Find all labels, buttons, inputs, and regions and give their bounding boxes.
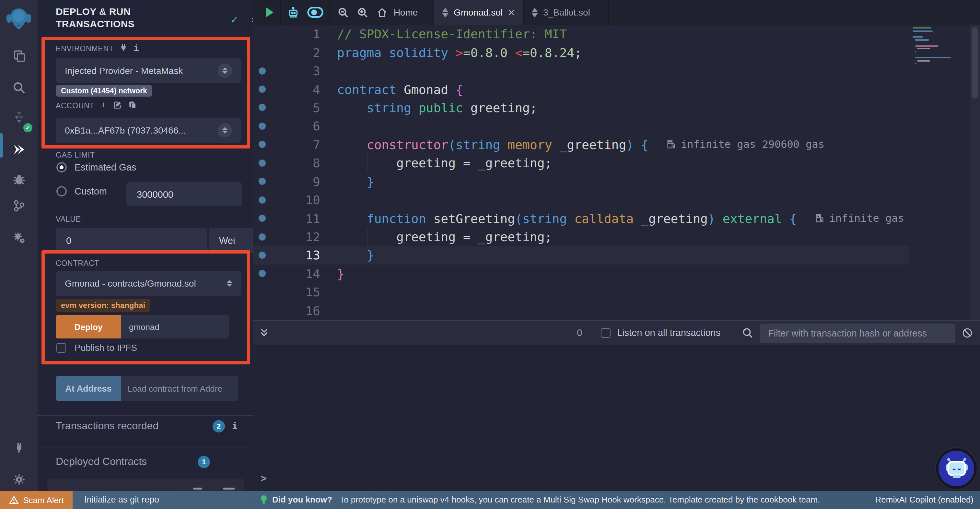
environment-info-icon[interactable]: i xyxy=(134,43,139,53)
run-script-icon[interactable] xyxy=(258,0,281,25)
zoom-out-icon[interactable] xyxy=(333,0,353,25)
solidity-compiler-icon[interactable]: ✓ xyxy=(0,104,38,130)
code-lines: 1// SPDX-License-Identifier: MIT2pragma … xyxy=(253,25,980,320)
terminal-tx-count: 0 xyxy=(577,327,582,338)
code-line: 1// SPDX-License-Identifier: MIT xyxy=(253,25,909,43)
contract-label: CONTRACT xyxy=(56,259,99,267)
contract-value: Gmonad - contracts/Gmonad.sol xyxy=(65,278,227,289)
status-bar: Scam Alert Initialize as git repo Did yo… xyxy=(0,491,980,509)
deploy-run-panel: DEPLOY & RUN TRANSACTIONS ✓ › ENVIRONMEN… xyxy=(38,0,253,491)
value-input[interactable]: 0 xyxy=(56,228,207,253)
terminal-filter-input[interactable]: Filter with transaction hash or address xyxy=(760,324,955,343)
line-number: 13 xyxy=(271,248,320,262)
transactions-info-icon[interactable]: i xyxy=(232,421,237,431)
account-select[interactable]: 0xB1a...AF67b (7037.30466... xyxy=(56,118,241,143)
gutter-dot xyxy=(258,270,266,277)
search-icon[interactable] xyxy=(0,75,38,101)
line-number: 16 xyxy=(271,303,320,318)
panel-check-icon: ✓ xyxy=(230,14,239,26)
estimated-gas-label: Estimated Gas xyxy=(75,162,136,172)
ai-copilot-bubble[interactable] xyxy=(936,448,977,489)
gutter-dot xyxy=(258,196,266,203)
divider xyxy=(38,447,253,447)
listen-all-checkbox[interactable] xyxy=(601,328,611,338)
divider xyxy=(38,415,253,416)
home-icon[interactable] xyxy=(373,0,390,25)
plugin-manager-icon[interactable] xyxy=(0,434,38,460)
minimap[interactable] xyxy=(911,25,970,109)
at-address-input[interactable]: Load contract from Addre xyxy=(121,376,238,401)
editor: Home Gmonad.sol ✕ 3_Ballot.sol 1// SPDX-… xyxy=(253,0,980,320)
transactions-recorded-label: Transactions recorded xyxy=(56,420,159,432)
code-line: 8 greeting = _greeting; xyxy=(253,154,909,172)
solidity-file-icon xyxy=(442,8,449,17)
terminal-prompt: > xyxy=(261,472,267,484)
at-address-button[interactable]: At Address xyxy=(56,376,121,401)
gutter-dot xyxy=(258,67,266,74)
chevron-updown-icon xyxy=(218,64,232,78)
code-line: 2pragma solidity >=0.8.0 <=0.8.24; xyxy=(253,43,909,62)
code-area[interactable]: 1// SPDX-License-Identifier: MIT2pragma … xyxy=(253,25,980,320)
ai-assistant-icon[interactable] xyxy=(283,0,303,25)
deploy-and-run-icon[interactable] xyxy=(0,136,38,162)
code-line: 9 } xyxy=(253,172,909,191)
contract-select[interactable]: Gmonad - contracts/Gmonad.sol xyxy=(56,271,241,296)
copilot-toggle-icon[interactable] xyxy=(303,0,327,25)
gutter-dot xyxy=(258,160,266,167)
publish-ipfs-checkbox[interactable] xyxy=(56,343,66,353)
gas-limit-label: GAS LIMIT xyxy=(56,151,95,159)
home-tab[interactable]: Home xyxy=(390,0,421,25)
gas-estimate-annotation: infinite gas xyxy=(815,212,904,224)
scam-alert-button[interactable]: Scam Alert xyxy=(0,491,73,509)
close-tab-icon[interactable]: ✕ xyxy=(508,8,515,17)
tab-ballot-sol[interactable]: 3_Ballot.sol xyxy=(524,0,608,25)
git-init-button[interactable]: Initialize as git repo xyxy=(84,495,159,504)
code-line: 4contract Gmonad { xyxy=(253,80,909,99)
plugin-runner-icon[interactable] xyxy=(0,224,38,250)
clear-filter-icon[interactable] xyxy=(962,327,973,338)
code-line: 6 xyxy=(253,117,909,135)
custom-gas-input[interactable]: 3000000 xyxy=(126,182,242,206)
add-account-icon[interactable]: + xyxy=(100,99,106,110)
copilot-status[interactable]: RemixAI Copilot (enabled) xyxy=(875,495,974,504)
edit-account-icon[interactable] xyxy=(113,101,122,109)
environment-select[interactable]: Injected Provider - MetaMask xyxy=(56,58,241,83)
copy-account-icon[interactable] xyxy=(128,101,137,109)
deploy-arg-input[interactable]: gmonad xyxy=(121,315,229,338)
editor-tabbar: Home Gmonad.sol ✕ 3_Ballot.sol xyxy=(253,0,980,25)
active-plugin-indicator xyxy=(0,133,3,158)
source-control-icon[interactable] xyxy=(0,193,38,219)
solidity-file-icon xyxy=(531,8,538,17)
terminal-search-icon[interactable] xyxy=(742,327,753,338)
settings-icon[interactable] xyxy=(0,466,38,492)
estimated-gas-radio[interactable] xyxy=(56,162,67,172)
line-number: 15 xyxy=(271,285,320,299)
code-line: 7 constructor(string memory _greeting) {… xyxy=(253,135,909,154)
line-number: 14 xyxy=(271,266,320,281)
line-number: 11 xyxy=(271,211,320,225)
network-badge: Custom (41454) network xyxy=(56,85,152,97)
remix-logo[interactable] xyxy=(5,4,33,35)
lightbulb-icon xyxy=(260,495,268,504)
did-you-know-text: To prototype on a uniswap v4 hooks, you … xyxy=(340,495,820,504)
terminal-header: 0 Listen on all transactions Filter with… xyxy=(253,320,980,345)
file-explorer-icon[interactable] xyxy=(0,43,38,69)
compile-success-badge: ✓ xyxy=(23,123,32,132)
terminal-body[interactable]: > xyxy=(253,345,980,491)
gutter-dot xyxy=(258,233,266,240)
zoom-in-icon[interactable] xyxy=(353,0,372,25)
environment-label: ENVIRONMENT xyxy=(56,45,114,53)
code-line: 15 xyxy=(253,283,909,301)
debugger-icon[interactable] xyxy=(0,166,38,192)
editor-scrollbar[interactable] xyxy=(970,25,980,320)
transactions-count-badge: 2 xyxy=(213,420,225,432)
code-line: 5 string public greeting; xyxy=(253,99,909,117)
tab-gmonad-sol[interactable]: Gmonad.sol ✕ xyxy=(434,0,523,25)
terminal-collapse-icon[interactable] xyxy=(259,327,269,338)
custom-gas-radio[interactable] xyxy=(56,186,67,196)
line-number: 2 xyxy=(271,45,320,59)
deploy-button[interactable]: Deploy xyxy=(56,315,121,338)
gutter-dot xyxy=(258,215,266,222)
gutter-dot xyxy=(258,123,266,130)
plug-icon[interactable] xyxy=(119,43,128,51)
